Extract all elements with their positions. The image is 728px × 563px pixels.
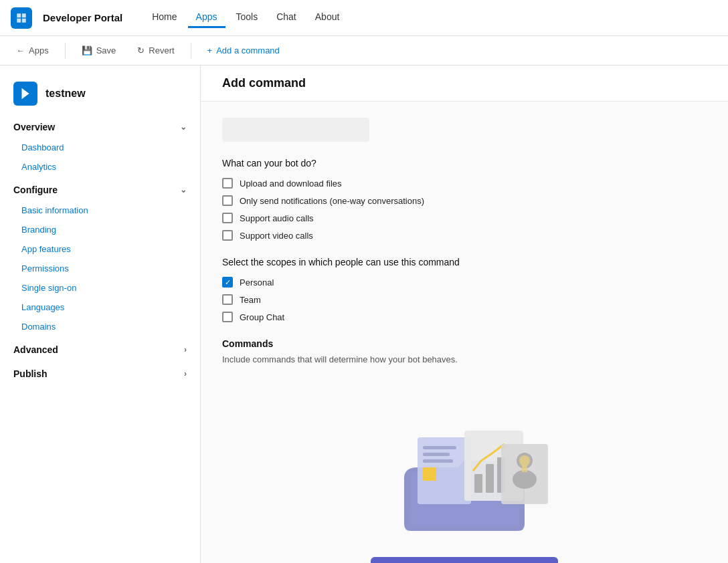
redacted-bar bbox=[222, 118, 369, 142]
svg-rect-2 bbox=[423, 446, 456, 449]
toolbar: ← Apps 💾 Save ↻ Revert + Add a command bbox=[0, 36, 728, 66]
svg-point-13 bbox=[513, 470, 537, 489]
illustration-container: Add a command bbox=[222, 380, 707, 563]
capability-notifications-checkbox[interactable] bbox=[222, 195, 233, 206]
sidebar-section-publish: Publish › bbox=[0, 363, 200, 384]
overview-section-header[interactable]: Overview ⌄ bbox=[0, 116, 200, 138]
add-command-label: Add a command bbox=[216, 45, 280, 55]
revert-icon: ↻ bbox=[137, 45, 145, 55]
add-command-toolbar-button[interactable]: + Add a command bbox=[202, 43, 285, 58]
sidebar-item-dashboard[interactable]: Dashboard bbox=[0, 138, 200, 157]
svg-rect-3 bbox=[423, 453, 450, 456]
sidebar-item-app-features[interactable]: App features bbox=[0, 239, 200, 259]
revert-button[interactable]: ↻ Revert bbox=[132, 43, 179, 58]
commands-section: Commands Include commands that will dete… bbox=[222, 338, 707, 364]
sidebar-item-permissions[interactable]: Permissions bbox=[0, 259, 200, 278]
sidebar-section-overview: Overview ⌄ Dashboard Analytics bbox=[0, 116, 200, 177]
content-area: What can your bot do? Upload and downloa… bbox=[201, 102, 728, 563]
capability-upload-row: Upload and download files bbox=[222, 178, 707, 189]
scopes-label: Select the scopes in which people can us… bbox=[222, 257, 707, 267]
back-to-apps-button[interactable]: ← Apps bbox=[11, 43, 54, 58]
page-title: Add command bbox=[222, 76, 306, 90]
sidebar-item-analytics[interactable]: Analytics bbox=[0, 157, 200, 177]
capability-video-checkbox[interactable] bbox=[222, 230, 233, 241]
sidebar-item-basic-information[interactable]: Basic information bbox=[0, 201, 200, 220]
bot-capabilities-group: Upload and download files Only send noti… bbox=[222, 178, 707, 241]
app-icon bbox=[13, 82, 37, 106]
sidebar: testnew Overview ⌄ Dashboard Analytics C… bbox=[0, 66, 201, 563]
configure-section-header[interactable]: Configure ⌄ bbox=[0, 179, 200, 201]
revert-label: Revert bbox=[149, 45, 174, 55]
advanced-chevron: › bbox=[184, 345, 187, 354]
back-icon: ← bbox=[16, 45, 25, 55]
main-layout: testnew Overview ⌄ Dashboard Analytics C… bbox=[0, 66, 728, 563]
svg-rect-4 bbox=[423, 459, 453, 463]
bot-capabilities-label: What can your bot do? bbox=[222, 158, 707, 168]
scope-personal-row: Personal bbox=[222, 277, 707, 288]
add-command-main-button[interactable]: Add a command bbox=[371, 557, 558, 563]
page-header: Add command bbox=[201, 66, 728, 102]
toolbar-divider-2 bbox=[191, 43, 191, 59]
nav-chat[interactable]: Chat bbox=[268, 7, 304, 28]
configure-chevron: ⌄ bbox=[180, 185, 187, 195]
main-content: Add command What can your bot do? Upload… bbox=[201, 66, 728, 563]
app-header: testnew bbox=[0, 76, 200, 116]
nav-apps[interactable]: Apps bbox=[188, 7, 225, 28]
scope-groupchat-label: Group Chat bbox=[240, 312, 284, 322]
overview-chevron: ⌄ bbox=[180, 122, 187, 132]
back-label: Apps bbox=[29, 45, 49, 55]
add-icon: + bbox=[207, 45, 213, 55]
sidebar-section-advanced: Advanced › bbox=[0, 339, 200, 360]
sidebar-item-branding[interactable]: Branding bbox=[0, 220, 200, 239]
illustration-svg bbox=[377, 407, 551, 541]
svg-rect-7 bbox=[474, 474, 482, 493]
nav-about[interactable]: About bbox=[307, 7, 348, 28]
toolbar-divider-1 bbox=[65, 43, 66, 59]
commands-title: Commands bbox=[222, 338, 707, 349]
top-navigation: Developer Portal Home Apps Tools Chat Ab… bbox=[0, 0, 728, 36]
capability-video-label: Support video calls bbox=[240, 231, 313, 241]
sidebar-section-configure: Configure ⌄ Basic information Branding A… bbox=[0, 179, 200, 336]
sidebar-item-domains[interactable]: Domains bbox=[0, 317, 200, 336]
capability-audio-row: Support audio calls bbox=[222, 213, 707, 223]
configure-label: Configure bbox=[13, 185, 58, 195]
advanced-label: Advanced bbox=[13, 344, 58, 355]
capability-audio-checkbox[interactable] bbox=[222, 213, 233, 223]
advanced-section-header[interactable]: Advanced › bbox=[0, 339, 200, 360]
app-name: testnew bbox=[46, 88, 86, 100]
save-button[interactable]: 💾 Save bbox=[76, 43, 122, 58]
capability-audio-label: Support audio calls bbox=[240, 213, 314, 223]
save-label: Save bbox=[96, 45, 116, 55]
capability-upload-label: Upload and download files bbox=[240, 179, 342, 189]
publish-section-header[interactable]: Publish › bbox=[0, 363, 200, 384]
svg-marker-0 bbox=[22, 88, 29, 100]
nav-links: Home Apps Tools Chat About bbox=[144, 7, 347, 28]
sidebar-item-sso[interactable]: Single sign-on bbox=[0, 278, 200, 298]
scopes-group: Personal Team Group Chat bbox=[222, 277, 707, 322]
save-icon: 💾 bbox=[82, 45, 92, 55]
sidebar-item-languages[interactable]: Languages bbox=[0, 298, 200, 317]
capability-upload-checkbox[interactable] bbox=[222, 178, 233, 189]
scope-groupchat-checkbox[interactable] bbox=[222, 312, 233, 322]
scope-team-checkbox[interactable] bbox=[222, 294, 233, 305]
svg-rect-5 bbox=[423, 467, 436, 481]
illustration bbox=[377, 407, 551, 541]
scope-personal-label: Personal bbox=[240, 277, 274, 288]
nav-tools[interactable]: Tools bbox=[228, 7, 266, 28]
brand-title: Developer Portal bbox=[43, 12, 122, 23]
scope-team-label: Team bbox=[240, 295, 261, 305]
overview-label: Overview bbox=[13, 122, 55, 132]
nav-home[interactable]: Home bbox=[144, 7, 185, 28]
svg-point-14 bbox=[519, 455, 530, 466]
svg-rect-15 bbox=[522, 465, 527, 472]
svg-rect-8 bbox=[486, 464, 494, 493]
publish-label: Publish bbox=[13, 368, 48, 379]
capability-video-row: Support video calls bbox=[222, 230, 707, 241]
commands-description: Include commands that will determine how… bbox=[222, 354, 707, 364]
scope-personal-checkbox[interactable] bbox=[222, 277, 233, 288]
scope-groupchat-row: Group Chat bbox=[222, 312, 707, 322]
publish-chevron: › bbox=[184, 369, 187, 378]
capability-notifications-label: Only send notifications (one-way convers… bbox=[240, 196, 424, 206]
brand-logo bbox=[11, 7, 32, 29]
capability-notifications-row: Only send notifications (one-way convers… bbox=[222, 195, 707, 206]
